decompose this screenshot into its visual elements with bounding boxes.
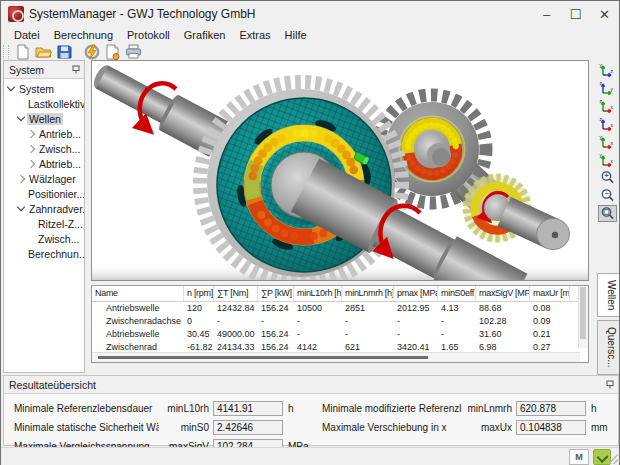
tree-item-lastkollektiv[interactable]: Lastkollektiv [4,96,84,111]
table-cell: 30.45 [184,328,214,341]
tree-item-wellen[interactable]: Wellen [4,111,84,126]
system-panel: System SystemLastkollektivWellenAntrieb.… [3,60,85,373]
expander-icon[interactable] [17,113,25,121]
menu-protokoll[interactable]: Protokoll [120,29,177,41]
open-file-icon[interactable] [33,43,54,60]
result-label: Minimale statische Sicherheit Wälzlager … [14,422,159,433]
menu-datei[interactable]: Datei [7,29,47,41]
result-label: Minimale Referenzlebensdauer [14,403,159,414]
close-button[interactable]: ✕ [590,1,619,27]
result-value-field[interactable]: 620.878 [516,401,586,416]
tree-item-zahnradver-[interactable]: Zahnradver... [4,201,84,216]
expander-icon[interactable] [17,203,25,211]
expander-icon[interactable] [17,174,25,182]
expander-icon[interactable] [27,144,35,152]
table-cell: 2851 [342,302,394,315]
column-header-5[interactable]: minLnmrh [h] [342,286,394,301]
tree-item-label: Lastkollektiv [26,98,84,110]
results-panel-title: Resultateübersicht [9,379,96,391]
table-cell: 12432.84 [214,302,258,315]
material-button[interactable]: M [569,449,589,465]
result-value-field[interactable]: 0.104838 [516,420,586,435]
column-header-3[interactable]: ∑P [kW] [258,286,294,301]
results-panel: Resultateübersicht Minimale Referenzlebe… [3,375,619,446]
pin-icon[interactable] [606,380,615,389]
column-header-4[interactable]: minL10rh [h] [294,286,342,301]
table-cell: 88.68 [476,302,530,315]
window-title: SystemManager - GWJ Technology GmbH [29,7,256,21]
tree-item-label: System [17,83,56,95]
column-header-0[interactable]: Name [92,286,184,301]
tree-item-label: Wellen [27,113,63,125]
result-value-field[interactable]: 4141.91 [213,401,283,416]
menu-hilfe[interactable]: Hilfe [278,29,314,41]
svg-text:y: y [611,85,614,91]
column-header-6[interactable]: pmax [MPa] [394,286,438,301]
result-label: Minimale modifizierte Referenzlebensdaue… [322,403,462,414]
tree-item-wälzlager[interactable]: Wälzlager [4,171,84,186]
tree-item-abtrieb-[interactable]: Abtrieb... [4,156,84,171]
print-icon[interactable] [123,43,144,60]
resize-grip-icon[interactable] [608,454,618,464]
result-unit: h [591,403,617,414]
table-cell: - [342,315,394,328]
calculate-icon[interactable] [81,43,102,60]
tree-item-antrieb-[interactable]: Antrieb... [4,126,84,141]
table-row[interactable]: Zwischenradachse0------102.280.09 [92,315,588,328]
svg-text:x: x [611,103,614,109]
table-vertical-scrollbar[interactable] [578,286,588,348]
minimize-button[interactable]: – [532,1,561,27]
column-header-2[interactable]: ∑T [Nm] [214,286,258,301]
view-front-icon[interactable]: zy [598,79,617,96]
tree-item-berechnun-[interactable]: Berechnun... [4,246,84,261]
menu-grafiken[interactable]: Grafiken [177,29,233,41]
tree-item-label: Abtrieb... [37,158,83,170]
menu-extras[interactable]: Extras [232,29,277,41]
menu-berechnung[interactable]: Berechnung [47,29,120,41]
table-row[interactable]: Abtriebswelle30.4549000.00156.24----31.6… [92,328,588,341]
column-header-7[interactable]: minS0eff [438,286,476,301]
maximize-button[interactable]: ☐ [561,1,590,27]
view-top-icon[interactable]: yx [598,151,617,168]
new-file-icon[interactable] [12,43,33,60]
zoom-in-icon[interactable]: + [598,169,617,186]
table-body: Antriebswelle12012432.84156.241050028512… [92,302,588,354]
zoom-window-icon[interactable] [598,205,617,222]
toolbar-grip[interactable] [3,45,9,59]
column-header-9[interactable]: maxUr [mm] [530,286,570,301]
title-bar[interactable]: SystemManager - GWJ Technology GmbH – ☐ … [1,1,619,27]
3d-viewport[interactable] [91,60,589,281]
result-value-field[interactable]: 2.42646 [213,420,283,435]
tree-item-system[interactable]: System [4,81,84,96]
table-cell: - [438,328,476,341]
zoom-out-icon[interactable]: − [598,187,617,204]
table-cell: - [394,315,438,328]
view-iso-icon[interactable]: yz [598,61,617,78]
expander-icon[interactable] [7,83,15,91]
shaft-results-table[interactable]: Namen [rpm]∑T [Nm]∑P [kW]minL10rh [h]min… [91,285,589,363]
viewport-tab-quersc[interactable]: Quersc... [597,320,619,375]
table-horizontal-scrollbar[interactable] [92,352,580,362]
view-left-icon[interactable]: zx [598,115,617,132]
svg-text:+: + [604,172,608,179]
expander-icon[interactable] [27,129,35,137]
table-row[interactable]: Antriebswelle12012432.84156.241050028512… [92,302,588,315]
pin-icon[interactable] [72,65,81,74]
column-header-8[interactable]: maxSigV [MPa] [476,286,530,301]
viewport-tab-wellen[interactable]: Wellen [597,273,619,317]
tree-item-positionier-[interactable]: Positionier... [4,186,84,201]
report-icon[interactable] [102,43,123,60]
column-header-1[interactable]: n [rpm] [184,286,214,301]
tree-item-zwisch-[interactable]: Zwisch... [4,141,84,156]
tree-item-zwisch-[interactable]: Zwisch... [4,231,84,246]
expander-spacer [28,221,33,226]
3d-gear-scene[interactable] [92,61,588,280]
save-icon[interactable] [54,43,75,60]
result-symbol: minLnmrh [462,403,512,414]
svg-text:−: − [604,190,608,197]
view-right-icon[interactable]: yx [598,133,617,150]
expander-icon[interactable] [27,159,35,167]
tree-item-ritzel-z-[interactable]: Ritzel-Z... [4,216,84,231]
table-cell: - [294,328,342,341]
view-back-icon[interactable]: zx [598,97,617,114]
